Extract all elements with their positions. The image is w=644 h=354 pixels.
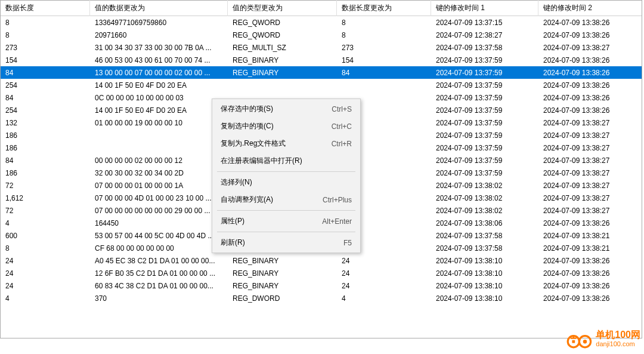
table-cell: 2024-07-09 13:37:59 [431, 55, 538, 66]
table-cell: 12 6F B0 35 C2 D1 DA 01 00 00 00 ... [90, 268, 228, 279]
table-cell: 2024-07-09 13:38:10 [431, 293, 538, 304]
table-cell: 2024-07-09 13:38:27 [538, 155, 644, 166]
table-cell: 84 [1, 93, 90, 103]
menu-copy-as-reg[interactable]: 复制为.Reg文件格式 Ctrl+R [212, 135, 360, 152]
table-cell: 00 00 00 00 02 00 00 00 12 [90, 155, 228, 166]
table-row[interactable]: 820971660REG_QWORD82024-07-09 12:38:2720… [1, 29, 642, 41]
svg-rect-1 [572, 340, 575, 343]
table-cell: 2024-07-09 13:38:26 [538, 17, 644, 28]
table-cell: 2024-07-09 13:37:59 [431, 93, 538, 103]
table-row[interactable]: 15446 00 53 00 43 00 61 00 70 00 74 ...R… [1, 54, 642, 66]
table-cell: 2024-07-09 13:37:58 [431, 243, 538, 254]
table-row[interactable]: 27331 00 34 30 37 33 00 30 00 7B 0A ...R… [1, 41, 642, 54]
menu-sep-2 [217, 210, 355, 211]
table-cell: 254 [1, 80, 90, 91]
table-cell: 2024-07-09 13:38:21 [538, 230, 644, 241]
table-cell: 2024-07-09 12:38:27 [431, 30, 538, 41]
table-cell: 2024-07-09 13:38:26 [538, 268, 644, 279]
table-cell: REG_BINARY [228, 67, 337, 78]
table-row[interactable]: 8133649771069759860REG_QWORD82024-07-09 … [1, 16, 642, 29]
table-row[interactable]: 2460 83 4C 38 C2 D1 DA 01 00 00 00...REG… [1, 279, 642, 292]
table-cell: 07 00 00 00 4D 01 00 00 23 10 00 ... [90, 193, 228, 204]
table-row[interactable]: 2412 6F B0 35 C2 D1 DA 01 00 00 00 ...RE… [1, 267, 642, 279]
table-cell [90, 147, 228, 149]
table-cell: REG_QWORD [228, 30, 337, 41]
table-cell: 24 [337, 268, 431, 279]
table-cell: 72 [1, 205, 90, 216]
table-cell: 273 [337, 42, 431, 53]
table-cell: 154 [1, 55, 90, 66]
table-cell: 2024-07-09 13:38:27 [538, 42, 644, 53]
table-cell: 2024-07-09 13:38:26 [538, 218, 644, 229]
menu-sep-1 [217, 171, 355, 172]
table-cell: REG_BINARY [228, 55, 337, 66]
menu-properties[interactable]: 属性(P) Alt+Enter [212, 213, 360, 230]
table-cell: 13 00 00 00 07 00 00 00 02 00 00 ... [90, 67, 228, 78]
table-cell: 2024-07-09 13:38:27 [538, 180, 644, 191]
table-cell: 186 [1, 143, 90, 153]
table-cell: 2024-07-09 13:37:59 [431, 105, 538, 116]
menu-sep-3 [217, 232, 355, 232]
table-cell: 2024-07-09 13:38:26 [538, 293, 644, 304]
table-cell: 07 00 00 00 01 00 00 00 1A [90, 180, 228, 191]
table-cell: 84 [337, 67, 431, 78]
table-cell: 2024-07-09 13:38:02 [431, 193, 538, 204]
table-cell: 31 00 34 30 37 33 00 30 00 7B 0A ... [90, 42, 228, 53]
col-header-4[interactable]: 键的修改时间 1 [431, 0, 538, 16]
table-cell: 164450 [90, 218, 228, 229]
table-row[interactable]: 25414 00 1F 50 E0 4F D0 20 EA2024-07-09 … [1, 79, 642, 91]
table-cell: 254 [1, 105, 90, 116]
table-cell: 2024-07-09 13:38:27 [538, 193, 644, 204]
table-cell: 2024-07-09 13:38:06 [431, 218, 538, 229]
table-cell: 600 [1, 230, 90, 241]
table-cell: 2024-07-09 13:38:10 [431, 256, 538, 266]
table-cell: 370 [90, 293, 228, 304]
table-cell: REG_BINARY [228, 256, 337, 266]
table-cell: 60 83 4C 38 C2 D1 DA 01 00 00 00... [90, 281, 228, 291]
menu-autosize-columns[interactable]: 自动调整列宽(A) Ctrl+Plus [212, 191, 360, 208]
table-cell: 2024-07-09 13:37:59 [431, 80, 538, 91]
table-cell: 24 [1, 281, 90, 291]
table-cell: REG_MULTI_SZ [228, 42, 337, 53]
table-cell: 273 [1, 42, 90, 53]
table-cell: 2024-07-09 13:38:10 [431, 281, 538, 291]
watermark-title: 单机100网 [596, 330, 640, 340]
table-cell: 8 [1, 243, 90, 254]
table-cell: 07 00 00 00 00 00 00 00 29 00 00 ... [90, 205, 228, 216]
watermark-logo-icon [566, 330, 592, 352]
table-row[interactable]: 4370REG_DWORD42024-07-09 13:38:102024-07… [1, 292, 642, 304]
table-cell: 2024-07-09 13:37:58 [431, 42, 538, 53]
table-cell: 46 00 53 00 43 00 61 00 70 00 74 ... [90, 55, 228, 66]
table-cell: 2024-07-09 13:38:02 [431, 205, 538, 216]
table-row[interactable]: 24A0 45 EC 38 C2 D1 DA 01 00 00 00...REG… [1, 254, 642, 267]
menu-copy-selected[interactable]: 复制选中的项(C) Ctrl+C [212, 118, 360, 135]
table-cell: 53 00 57 00 44 00 5C 00 4D 00 4D ... [90, 230, 228, 241]
table-cell: 4 [1, 218, 90, 229]
menu-choose-columns[interactable]: 选择列(N) [212, 174, 360, 191]
table-cell: 2024-07-09 13:37:59 [431, 143, 538, 153]
menu-refresh[interactable]: 刷新(R) F5 [212, 234, 360, 251]
col-header-5[interactable]: 键的修改时间 2 [538, 0, 644, 16]
table-cell: 24 [1, 256, 90, 266]
menu-open-regedit[interactable]: 在注册表编辑器中打开(R) [212, 152, 360, 170]
table-cell: 20971660 [90, 30, 228, 41]
table-cell: 154 [337, 55, 431, 66]
table-cell: 2024-07-09 13:38:10 [431, 268, 538, 279]
table-cell: 32 00 30 00 32 00 34 00 2D [90, 168, 228, 178]
table-cell: 01 00 00 00 19 00 00 00 10 [90, 118, 228, 128]
table-cell: 2024-07-09 13:38:26 [538, 55, 644, 66]
col-header-1[interactable]: 值的数据更改为 [90, 0, 228, 16]
col-header-2[interactable]: 值的类型更改为 [228, 0, 337, 16]
table-cell: 2024-07-09 13:38:27 [538, 143, 644, 153]
table-cell: 8 [1, 30, 90, 41]
table-cell: 2024-07-09 13:38:02 [431, 180, 538, 191]
col-header-3[interactable]: 数据长度更改为 [337, 0, 431, 16]
table-row[interactable]: 8413 00 00 00 07 00 00 00 02 00 00 ...RE… [1, 66, 642, 79]
col-header-0[interactable]: 数据长度 [1, 0, 90, 16]
menu-save-selected[interactable]: 保存选中的项(S) Ctrl+S [212, 100, 360, 118]
table-cell: 2024-07-09 13:38:27 [538, 118, 644, 128]
watermark-url: danji100.com [596, 340, 640, 347]
table-cell: 2024-07-09 13:37:58 [431, 230, 538, 241]
table-cell: 8 [337, 17, 431, 28]
table-cell: 0C 00 00 00 10 00 00 00 03 [90, 93, 228, 103]
